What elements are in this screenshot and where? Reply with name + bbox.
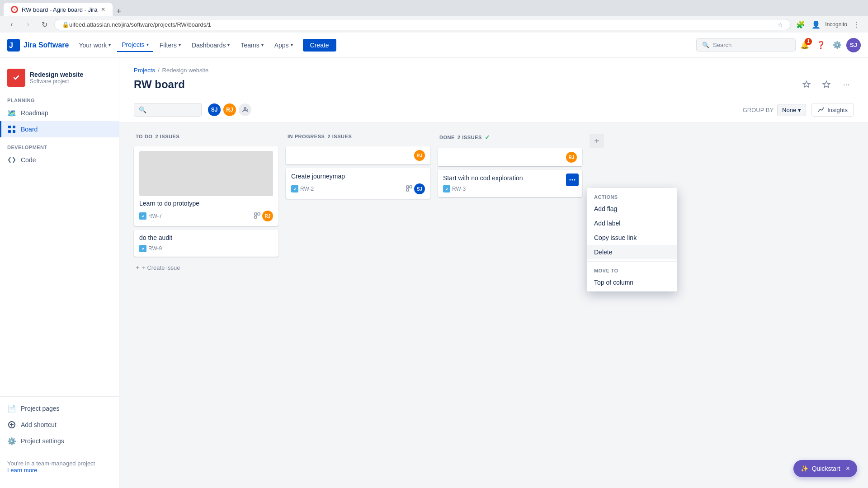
board-star-button[interactable] bbox=[819, 77, 834, 92]
chevron-down-icon: ▾ bbox=[227, 42, 230, 47]
sidebar-item-roadmap[interactable]: 🗺️ Roadmap bbox=[0, 105, 119, 121]
quickstart-close-button[interactable]: × bbox=[846, 465, 850, 473]
nav-search[interactable]: 🔍 Search bbox=[696, 38, 796, 52]
planning-label: PLANNING bbox=[0, 94, 119, 105]
sidebar-item-project-settings[interactable]: ⚙️ Project settings bbox=[0, 433, 119, 449]
roadmap-icon: 🗺️ bbox=[7, 108, 16, 117]
card-rw2-footer: RW-2 SJ bbox=[291, 183, 425, 194]
context-top-of-column[interactable]: Top of column bbox=[587, 275, 677, 290]
active-tab[interactable]: RW board - Agile board - Jira ✕ bbox=[4, 3, 113, 16]
card-top-done[interactable]: RJ bbox=[438, 148, 582, 166]
column-done: DONE 2 ISSUES ✓ RJ bbox=[438, 130, 582, 197]
board-more-button[interactable]: ··· bbox=[839, 77, 854, 92]
board-title: RW board bbox=[134, 78, 185, 91]
help-button[interactable]: ❓ bbox=[814, 38, 828, 52]
sidebar-item-board[interactable]: Board bbox=[0, 121, 119, 137]
avatar-group: SJ RJ bbox=[207, 103, 252, 117]
forward-button[interactable]: › bbox=[22, 18, 34, 31]
address-bar[interactable]: 🔒 uifeed.atlassian.net/jira/software/pro… bbox=[54, 19, 791, 30]
card-more-button-rw3[interactable] bbox=[566, 174, 579, 186]
sidebar-item-code[interactable]: Code bbox=[0, 152, 119, 168]
done-label: DONE bbox=[439, 135, 455, 140]
project-name: Redesign website bbox=[30, 71, 112, 78]
new-tab-button[interactable]: + bbox=[113, 7, 125, 16]
quickstart-button[interactable]: ✨ Quickstart × bbox=[793, 460, 857, 477]
notification-badge: 1 bbox=[805, 38, 812, 45]
sidebar-bottom: 📄 Project pages Add shortcut ⚙️ bbox=[0, 396, 119, 453]
insights-button[interactable]: Insights bbox=[811, 103, 854, 117]
card-top-in-progress[interactable]: RJ bbox=[286, 146, 430, 164]
reload-button[interactable]: ↻ bbox=[38, 18, 51, 31]
browser-chrome: RW board - Agile board - Jira ✕ + ‹ › ↻ … bbox=[0, 0, 868, 33]
avatar-rj[interactable]: RJ bbox=[222, 103, 237, 117]
user-avatar[interactable]: SJ bbox=[846, 38, 861, 52]
app-wrapper: J Jira Software Your work ▾ Projects ▾ F… bbox=[0, 33, 868, 488]
board-pin-button[interactable] bbox=[799, 77, 814, 92]
sidebar-item-add-shortcut[interactable]: Add shortcut bbox=[0, 417, 119, 433]
nav-logo[interactable]: J Jira Software bbox=[7, 39, 69, 52]
context-copy-issue-link[interactable]: Copy issue link bbox=[587, 230, 677, 245]
profile-button[interactable]: 👤 bbox=[810, 18, 822, 31]
add-column-button[interactable]: + bbox=[590, 134, 604, 148]
extensions-button[interactable]: 🧩 bbox=[794, 18, 807, 31]
plus-icon: + bbox=[136, 264, 139, 271]
card-rw3-title: Start with no cod exploration bbox=[443, 174, 577, 182]
nav-teams[interactable]: Teams ▾ bbox=[236, 39, 268, 52]
card-rw7-footer: RW-7 RJ bbox=[139, 211, 273, 221]
svg-rect-3 bbox=[8, 126, 11, 128]
breadcrumb-separator: / bbox=[158, 67, 160, 74]
card-rw9[interactable]: do the audit RW-9 bbox=[134, 230, 278, 257]
board-search-input[interactable] bbox=[149, 106, 197, 113]
context-add-label[interactable]: Add label bbox=[587, 216, 677, 230]
settings-icon: ⚙️ bbox=[7, 436, 16, 446]
chevron-down-icon: ▾ bbox=[261, 42, 264, 47]
column-in-progress-cards: RJ Create journeymap bbox=[286, 146, 430, 199]
sidebar-item-project-pages[interactable]: 📄 Project pages bbox=[0, 400, 119, 417]
nav-projects[interactable]: Projects ▾ bbox=[117, 38, 153, 52]
subtask-icon bbox=[254, 212, 260, 220]
card-rw2[interactable]: Create journeymap RW-2 bbox=[286, 168, 430, 199]
question-icon: ❓ bbox=[816, 41, 826, 49]
nav-filters[interactable]: Filters ▾ bbox=[155, 39, 185, 52]
avatar-sj[interactable]: SJ bbox=[207, 103, 222, 117]
nav-your-work[interactable]: Your work ▾ bbox=[74, 39, 115, 52]
search-icon: 🔍 bbox=[139, 106, 146, 113]
create-issue-button-todo[interactable]: + + Create issue bbox=[134, 260, 278, 275]
board-search[interactable]: 🔍 bbox=[134, 103, 202, 117]
group-by-select[interactable]: None ▾ bbox=[777, 104, 806, 116]
add-avatar-button[interactable] bbox=[238, 103, 252, 117]
board-body: TO DO 2 ISSUES bbox=[119, 123, 868, 488]
menu-button[interactable]: ⋮ bbox=[850, 18, 863, 31]
card-rw9-issue: RW-9 bbox=[139, 245, 162, 252]
nav-apps[interactable]: Apps ▾ bbox=[270, 39, 297, 52]
card-rw9-footer: RW-9 bbox=[139, 245, 273, 252]
nav-dashboards[interactable]: Dashboards ▾ bbox=[187, 39, 235, 52]
breadcrumb-projects-link[interactable]: Projects bbox=[134, 67, 155, 74]
context-delete[interactable]: Delete bbox=[587, 245, 677, 259]
card-rw3[interactable]: Start with no cod exploration bbox=[438, 170, 582, 197]
logo-text: Jira Software bbox=[24, 41, 69, 49]
main-content: Redesign website Software project PLANNI… bbox=[0, 58, 868, 488]
tab-close-button[interactable]: ✕ bbox=[101, 6, 105, 13]
svg-point-23 bbox=[570, 179, 571, 181]
notifications-button[interactable]: 🔔 1 bbox=[797, 38, 812, 52]
card-rw7-image: Steps: 1. Recording recordin great... bbox=[139, 151, 273, 196]
move-to-label: MOVE TO bbox=[587, 263, 677, 275]
card-rw7[interactable]: Steps: 1. Recording recordin great... bbox=[134, 146, 278, 226]
back-button[interactable]: ‹ bbox=[5, 18, 18, 31]
context-add-flag[interactable]: Add flag bbox=[587, 202, 677, 216]
group-by-label: GROUP BY bbox=[743, 107, 774, 113]
insights-icon bbox=[817, 106, 825, 113]
project-info: Redesign website Software project bbox=[30, 71, 112, 84]
create-button[interactable]: Create bbox=[303, 39, 336, 52]
sidebar: Redesign website Software project PLANNI… bbox=[0, 58, 119, 488]
svg-point-25 bbox=[574, 179, 576, 181]
learn-more-link[interactable]: Learn more bbox=[7, 467, 37, 474]
tab-favicon bbox=[11, 6, 18, 13]
column-todo-title: TO DO 2 ISSUES bbox=[136, 134, 179, 139]
column-in-progress-header: IN PROGRESS 2 ISSUES bbox=[286, 130, 430, 143]
sidebar-footer: You're in a team-managed project Learn m… bbox=[0, 453, 119, 481]
sidebar-development-section: DEVELOPMENT Code bbox=[0, 141, 119, 172]
breadcrumb-project: Redesign website bbox=[162, 67, 209, 74]
settings-button[interactable]: ⚙️ bbox=[830, 38, 844, 52]
